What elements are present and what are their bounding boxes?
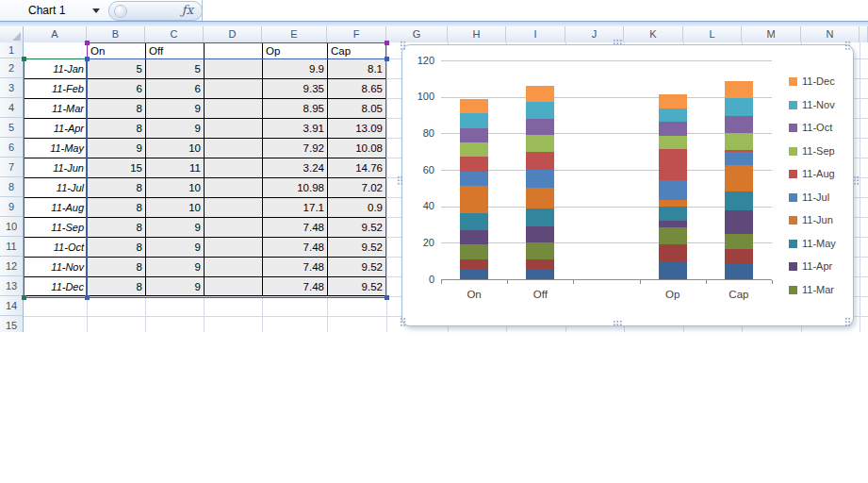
bar-segment-11-Sep-Op[interactable] <box>659 136 687 149</box>
cell-D6[interactable] <box>204 138 262 158</box>
bar-segment-11-Dec-On[interactable] <box>460 99 488 113</box>
column-header-I[interactable]: I <box>506 26 565 42</box>
bar-segment-11-Jan-Off[interactable] <box>526 270 554 279</box>
cell-D8[interactable] <box>204 177 262 197</box>
column-header-D[interactable]: D <box>204 26 262 42</box>
chart-grip-bottom-left[interactable] <box>400 317 406 327</box>
cell-A5[interactable]: 11-Apr <box>24 118 87 138</box>
row-header-4[interactable]: 4 <box>0 98 23 118</box>
cell-B11[interactable]: 8 <box>87 237 145 257</box>
cell-B6[interactable]: 9 <box>87 138 145 158</box>
cell-E11[interactable]: 7.48 <box>262 237 327 257</box>
select-all-corner[interactable] <box>0 26 24 42</box>
cell-D10[interactable] <box>204 217 262 237</box>
chart-grip-left-center[interactable] <box>397 175 403 186</box>
blue-handle-tl[interactable] <box>85 57 90 61</box>
cell-B9[interactable]: 8 <box>87 197 145 217</box>
cell-A3[interactable]: 11-Feb <box>24 78 87 98</box>
bar-segment-11-Jan-On[interactable] <box>460 270 488 279</box>
cell-B3[interactable]: 6 <box>87 78 145 98</box>
cell-E10[interactable]: 7.48 <box>262 217 327 237</box>
row-header-8[interactable]: 8 <box>0 177 23 197</box>
column-header-A[interactable]: A <box>24 26 87 42</box>
cell-D7[interactable] <box>204 158 262 177</box>
name-box-value[interactable]: Chart 1 <box>28 0 65 21</box>
cell-E12[interactable]: 7.48 <box>262 257 327 276</box>
cell-A12[interactable]: 11-Nov <box>24 257 87 276</box>
cell-B13[interactable]: 8 <box>87 276 145 296</box>
bar-segment-11-Aug-On[interactable] <box>460 157 488 171</box>
row-header-11[interactable]: 11 <box>0 237 23 257</box>
cell-E9[interactable]: 17.1 <box>262 197 327 217</box>
row-header-12[interactable]: 12 <box>0 257 23 276</box>
cell-C10[interactable]: 9 <box>145 217 204 237</box>
column-header-F[interactable]: F <box>327 26 386 42</box>
cell-A10[interactable]: 11-Sep <box>24 217 87 237</box>
cell-F4[interactable]: 8.05 <box>327 98 386 118</box>
cell-E5[interactable]: 3.91 <box>262 118 327 138</box>
cell-F8[interactable]: 7.02 <box>327 177 386 197</box>
fx-icon[interactable]: ƒx <box>182 3 193 17</box>
cell-C9[interactable]: 10 <box>145 197 204 217</box>
bar-segment-11-Feb-On[interactable] <box>460 259 488 271</box>
bar-segment-11-Aug-Off[interactable] <box>526 152 554 170</box>
column-header-C[interactable]: C <box>145 26 204 42</box>
cell-C6[interactable]: 10 <box>145 138 204 158</box>
column-header-B[interactable]: B <box>87 26 145 42</box>
bar-segment-11-Nov-Cap[interactable] <box>725 98 753 115</box>
column-header-G[interactable]: G <box>386 26 448 42</box>
cell-B2[interactable]: 5 <box>87 58 145 78</box>
bar-segment-11-May-Cap[interactable] <box>725 192 753 209</box>
bar-segment-11-Mar-Op[interactable] <box>659 227 687 243</box>
bar-segment-11-Jan-Cap[interactable] <box>725 264 753 279</box>
bar-segment-11-Feb-Cap[interactable] <box>725 249 753 265</box>
row-header-13[interactable]: 13 <box>0 276 23 296</box>
bar-segment-11-Mar-Off[interactable] <box>526 242 554 258</box>
bar-segment-11-Sep-On[interactable] <box>460 142 488 157</box>
cell-E1[interactable]: Op <box>262 42 327 58</box>
bar-segment-11-Apr-Off[interactable] <box>526 226 554 242</box>
cell-F12[interactable]: 9.52 <box>327 257 386 276</box>
cell-E4[interactable]: 8.95 <box>262 98 327 118</box>
legend-item-11-Mar[interactable]: 11-Mar <box>789 284 849 297</box>
legend-item-11-Oct[interactable]: 11-Oct <box>789 122 849 135</box>
bar-segment-11-Jun-Off[interactable] <box>526 188 554 208</box>
cell-B1[interactable]: On <box>87 42 145 58</box>
bar-segment-11-Jun-Op[interactable] <box>659 200 687 206</box>
cell-D2[interactable] <box>204 58 262 78</box>
cell-C7[interactable]: 11 <box>145 158 204 177</box>
cell-E6[interactable]: 7.92 <box>262 138 327 158</box>
bar-segment-11-Feb-Off[interactable] <box>526 259 554 271</box>
row-header-5[interactable]: 5 <box>0 118 23 138</box>
bar-segment-11-Aug-Op[interactable] <box>659 149 687 180</box>
chart-grip-bottom-right[interactable] <box>844 317 851 327</box>
legend-item-11-Jul[interactable]: 11-Jul <box>789 192 849 205</box>
cell-C2[interactable]: 5 <box>145 58 204 78</box>
chart-object[interactable]: 020406080100120OnOffOpCap11-Dec11-Nov11-… <box>401 44 854 326</box>
bar-segment-11-Apr-Op[interactable] <box>659 221 687 228</box>
chart-grip-right-center[interactable] <box>853 175 860 186</box>
row-header-6[interactable]: 6 <box>0 138 23 158</box>
cell-B12[interactable]: 8 <box>87 257 145 276</box>
cell-C11[interactable]: 9 <box>145 237 204 257</box>
bar-segment-11-Apr-Cap[interactable] <box>725 210 753 234</box>
row-header-14[interactable]: 14 <box>0 296 23 316</box>
cell-A7[interactable]: 11-Jun <box>24 158 87 177</box>
cell-D9[interactable] <box>204 197 262 217</box>
cell-F13[interactable]: 9.52 <box>327 276 386 296</box>
bar-segment-11-Apr-On[interactable] <box>460 230 488 244</box>
cell-A8[interactable]: 11-Jul <box>24 177 87 197</box>
cell-C8[interactable]: 10 <box>145 177 204 197</box>
cell-F11[interactable]: 9.52 <box>327 237 386 257</box>
row-header-1[interactable]: 1 <box>0 42 23 58</box>
bar-segment-11-May-On[interactable] <box>460 213 488 229</box>
column-header-M[interactable]: M <box>742 26 801 42</box>
bar-segment-11-Jul-Off[interactable] <box>526 170 554 188</box>
bar-segment-11-Jul-Cap[interactable] <box>725 152 753 165</box>
cell-A6[interactable]: 11-May <box>24 138 87 158</box>
cell-D3[interactable] <box>204 78 262 98</box>
bar-segment-11-Jun-Cap[interactable] <box>725 165 753 192</box>
cell-B8[interactable]: 8 <box>87 177 145 197</box>
bar-segment-11-Feb-Op[interactable] <box>659 244 687 261</box>
row-header-3[interactable]: 3 <box>0 78 23 98</box>
